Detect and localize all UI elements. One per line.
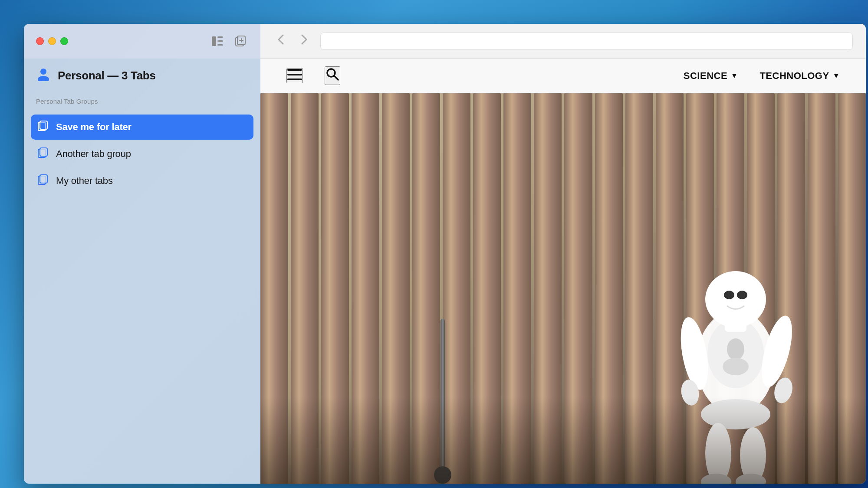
tab-group-label-1: Another tab group [56,148,131,160]
website-nav-menu: SCIENCE ▼ TECHNOLOGY ▼ [684,70,840,82]
sidebar-toggle-button[interactable] [210,35,225,48]
search-icon [326,67,339,81]
browser-window: Personal — 3 Tabs Personal Tab Groups Sa… [24,24,866,484]
hero-overlay [260,397,866,484]
sidebar-user-header: Personal — 3 Tabs [24,59,260,90]
tab-group-label-0: Save me for later [56,121,132,133]
svg-point-25 [724,291,734,299]
nav-item-science-label: SCIENCE [684,70,727,82]
forward-arrow-icon [300,33,308,46]
svg-point-37 [723,358,749,375]
svg-rect-17 [287,74,302,75]
hero-image [260,93,866,484]
nav-item-science[interactable]: SCIENCE ▼ [684,70,738,82]
hamburger-icon [287,69,302,80]
svg-point-9 [38,76,49,81]
tab-groups-section: Personal Tab Groups [24,90,260,115]
svg-rect-11 [40,121,47,129]
new-tab-group-icon [235,36,247,47]
copy-icon-0 [38,120,49,131]
tab-group-item-save-for-later[interactable]: Save me for later [31,115,253,140]
sidebar-titlebar [24,24,260,59]
svg-rect-18 [287,79,302,80]
back-arrow-icon [277,33,285,46]
back-button[interactable] [273,32,288,50]
tab-group-label-2: My other tabs [56,175,113,187]
svg-rect-0 [212,36,216,46]
sidebar-icon [212,36,223,46]
tab-group-item-another-tab-group[interactable]: Another tab group [31,141,253,167]
copy-icon-2 [38,174,49,185]
svg-point-36 [727,338,744,360]
svg-rect-15 [40,175,47,183]
traffic-lights [36,37,68,45]
svg-rect-13 [40,148,47,156]
close-button[interactable] [36,37,44,45]
svg-rect-2 [217,40,223,42]
nav-item-technology[interactable]: TECHNOLOGY ▼ [760,70,840,82]
new-tab-group-button[interactable] [233,34,248,49]
svg-point-8 [40,69,46,75]
website-search-button[interactable] [325,66,340,85]
minimize-button[interactable] [48,37,56,45]
tab-groups-label: Personal Tab Groups [36,98,248,105]
hero-area [260,93,866,484]
forward-button[interactable] [297,32,312,50]
technology-dropdown-arrow: ▼ [833,72,840,80]
svg-point-26 [737,291,747,299]
svg-point-24 [705,271,766,328]
sidebar: Personal — 3 Tabs Personal Tab Groups Sa… [24,24,260,484]
tab-group-icon-1 [38,147,49,161]
nav-item-technology-label: TECHNOLOGY [760,70,829,82]
svg-rect-1 [217,36,223,38]
maximize-button[interactable] [60,37,68,45]
hamburger-menu-button[interactable] [286,68,303,83]
svg-rect-3 [217,44,223,46]
user-title: Personal — 3 Tabs [58,69,156,82]
copy-icon-1 [38,147,49,158]
website-navbar: SCIENCE ▼ TECHNOLOGY ▼ [260,59,866,93]
tab-group-icon-2 [38,174,49,188]
browser-content: SCIENCE ▼ TECHNOLOGY ▼ [260,24,866,484]
user-icon [36,66,51,85]
svg-rect-16 [287,69,302,71]
tab-group-item-my-other-tabs[interactable]: My other tabs [31,168,253,193]
tab-groups-list: Save me for later Another tab group [24,115,260,484]
svg-line-20 [334,76,338,80]
address-bar[interactable] [320,33,853,50]
browser-toolbar [260,24,866,59]
sidebar-toolbar-icons [210,34,248,49]
person-icon [36,66,51,81]
tab-group-icon-0 [38,120,49,134]
science-dropdown-arrow: ▼ [731,72,738,80]
